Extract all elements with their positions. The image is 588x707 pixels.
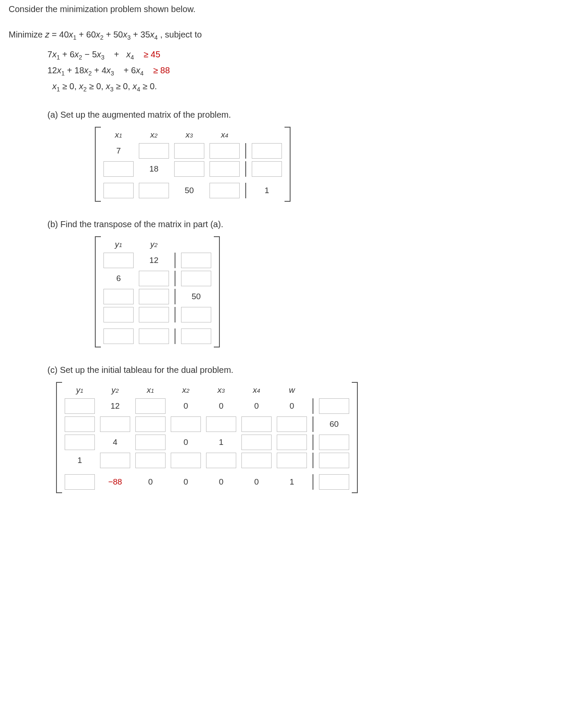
sub: 3 [111, 70, 114, 77]
hdr-blank [252, 135, 282, 136]
var-x: x [123, 30, 127, 39]
c-r1c1-input[interactable] [65, 398, 95, 414]
c-r3c8-input[interactable] [319, 435, 349, 450]
hdr-y2: y2 [100, 385, 130, 396]
b-r5c2-input[interactable] [139, 328, 169, 344]
a-r3c3: 50 [174, 183, 204, 198]
b-r1c3-input[interactable] [181, 253, 211, 268]
sub: 2 [83, 86, 87, 93]
c-r4c1: 1 [65, 453, 95, 468]
c-r1c8-input[interactable] [319, 398, 349, 414]
c-r2c4-input[interactable] [171, 416, 201, 432]
a-r2c2: 18 [139, 161, 169, 177]
obj-eq: = 40 [52, 30, 69, 39]
c-r4c3-input[interactable] [135, 453, 166, 468]
b-r2c3-input[interactable] [181, 271, 211, 286]
hdr-x3: x3 [174, 130, 204, 141]
var-x: x [97, 50, 101, 59]
var-x: x [126, 50, 131, 59]
c-r2c5-input[interactable] [206, 416, 236, 432]
hdr-x4: x4 [210, 130, 240, 141]
c-r5c8-input[interactable] [319, 474, 349, 490]
c-r4c5-input[interactable] [206, 453, 236, 468]
a-r2c3-input[interactable] [174, 161, 204, 177]
var-x: x [84, 66, 88, 75]
c-r4c8-input[interactable] [319, 453, 349, 468]
c-r5c6: 0 [241, 474, 272, 490]
c2-a: 12 [47, 66, 57, 75]
a-r1c2-input[interactable] [139, 143, 169, 159]
c1-d: + [112, 50, 122, 59]
hdr-x2: x2 [171, 385, 201, 396]
intro-text: Consider the minimization problem shown … [9, 4, 579, 14]
a-r2c5-input[interactable] [252, 161, 282, 177]
c-r3c6-input[interactable] [241, 435, 272, 450]
hdr-x1: x1 [103, 130, 134, 141]
c-r2c6-input[interactable] [241, 416, 272, 432]
b-r3c1-input[interactable] [103, 289, 134, 304]
sub-3: 3 [127, 34, 131, 41]
var-x: x [52, 50, 56, 59]
sub: 1 [56, 54, 60, 61]
c-r1c5: 0 [206, 398, 236, 414]
b-r2c2-input[interactable] [139, 271, 169, 286]
sub-4: 4 [154, 34, 158, 41]
var-x: x [69, 30, 73, 39]
a-r3c1-input[interactable] [103, 183, 134, 198]
b-r3c2-input[interactable] [139, 289, 169, 304]
c-r2c3-input[interactable] [135, 416, 166, 432]
c-r5c7: 1 [277, 474, 307, 490]
a-r1c4-input[interactable] [210, 143, 240, 159]
c-r3c7-input[interactable] [277, 435, 307, 450]
var-x: x [133, 81, 137, 91]
constraint-1: 7x1 + 6x2 − 5x3 + x4 ≥ 45 [47, 47, 579, 63]
c-r1c4: 0 [171, 398, 201, 414]
a-r1c5-input[interactable] [252, 143, 282, 159]
b-r4c3-input[interactable] [181, 307, 211, 322]
c-r3c3-input[interactable] [135, 435, 166, 450]
b-r4c1-input[interactable] [103, 307, 134, 322]
b-r5c1-input[interactable] [103, 328, 134, 344]
a-r2c4-input[interactable] [210, 161, 240, 177]
hdr-y1: y1 [65, 385, 95, 396]
sub: 4 [140, 70, 144, 77]
sub: 4 [131, 54, 134, 61]
c-r5c2: −88 [100, 474, 130, 490]
b-r5c3-input[interactable] [181, 328, 211, 344]
b-r4c2-input[interactable] [139, 307, 169, 322]
a-r3c6: 1 [252, 183, 282, 198]
sub-2: 2 [100, 34, 103, 41]
a-r3c4-input[interactable] [210, 183, 240, 198]
a-r2c1-input[interactable] [103, 161, 134, 177]
hdr-blank [319, 390, 349, 391]
c-r3c5: 1 [206, 435, 236, 450]
c-r3c1-input[interactable] [65, 435, 95, 450]
c-r2c2-input[interactable] [100, 416, 130, 432]
c-r1c3-input[interactable] [135, 398, 166, 414]
c-r2c7-input[interactable] [277, 416, 307, 432]
c2-rhs: ≥ 88 [151, 66, 170, 75]
nonneg-constraints: x1 ≥ 0, x2 ≥ 0, x3 ≥ 0, x4 ≥ 0. [47, 79, 579, 95]
nn: ≥ 0, [113, 81, 132, 91]
c-r4c4-input[interactable] [171, 453, 201, 468]
part-c-text: (c) Set up the initial tableau for the d… [47, 365, 579, 375]
a-r1c3-input[interactable] [174, 143, 204, 159]
c-r2c1-input[interactable] [65, 416, 95, 432]
c-r1c2: 12 [100, 398, 130, 414]
c2-b: + 18 [67, 66, 84, 75]
c-r5c1-input[interactable] [65, 474, 95, 490]
c-r4c7-input[interactable] [277, 453, 307, 468]
obj-t4: + 35 [133, 30, 150, 39]
hdr-y2: y2 [139, 240, 169, 250]
c2-c: + 4 [94, 66, 106, 75]
a-r3c2-input[interactable] [139, 183, 169, 198]
var-x: x [79, 81, 83, 91]
b-r1c1-input[interactable] [103, 253, 134, 268]
c-r1c6: 0 [241, 398, 272, 414]
c-r4c2-input[interactable] [100, 453, 130, 468]
sub: 2 [79, 54, 82, 61]
c-r4c6-input[interactable] [241, 453, 272, 468]
var-x: x [106, 81, 110, 91]
var-x: x [75, 50, 79, 59]
sub-1: 1 [73, 34, 77, 41]
